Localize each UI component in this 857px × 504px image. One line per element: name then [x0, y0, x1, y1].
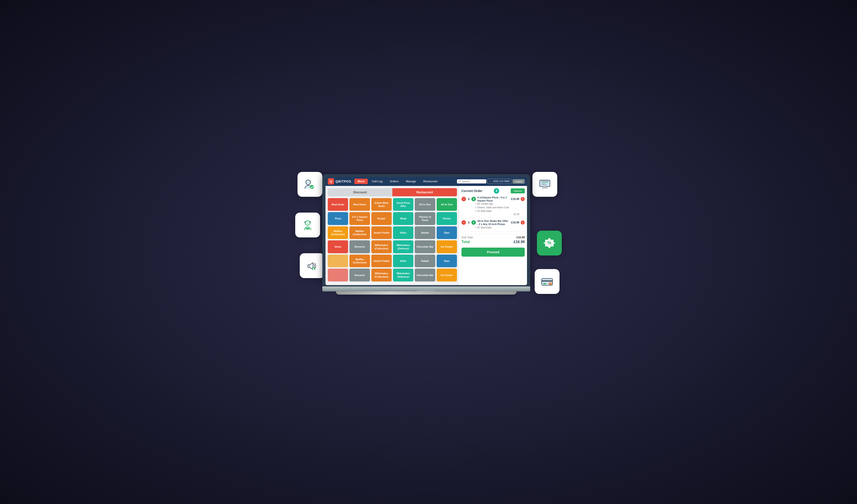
subtotal-row: Sub Total £16.99: [461, 236, 525, 239]
menu-btn-meal-deals-1[interactable]: Meal Deals: [328, 198, 348, 211]
svg-rect-4: [541, 188, 548, 188]
menu-btn-jacket-potato-2[interactable]: Jacket Potato: [371, 255, 392, 268]
menu-btn-dips-1[interactable]: Dips: [437, 226, 457, 239]
logout-button[interactable]: Logout: [512, 179, 525, 184]
item-addon-1-2: + Cheese, Garlic and Herbs Crust: [475, 206, 525, 209]
svg-rect-7: [541, 184, 546, 184]
nav-restaurant-button[interactable]: Restaurant: [420, 179, 441, 184]
item-addon-2-1: + 15" Beef Eater: [475, 226, 525, 230]
search-icon: [459, 180, 461, 183]
nav-orders-button[interactable]: Orders: [387, 179, 402, 184]
order-totals: Sub Total £16.99 Total £16.99: [461, 234, 525, 244]
menu-btn-eslam-meal-deals[interactable]: Eslam Meal Deals: [371, 198, 392, 211]
menu-btn-milkshakes-collection-2[interactable]: Milkshakes (Collection): [371, 269, 392, 282]
item-details-1: + 18" Golden Veg + Cheese, Garlic and He…: [475, 202, 525, 213]
svg-point-18: [550, 282, 552, 285]
qty-minus-2[interactable]: −: [461, 220, 466, 225]
svg-rect-8: [541, 185, 547, 185]
qty-plus-1[interactable]: +: [471, 197, 476, 201]
menu-btn-pizza[interactable]: Pizza: [328, 212, 348, 225]
menu-btn-waffles-collection-3[interactable]: [328, 255, 348, 268]
floating-icon-support: [295, 213, 320, 237]
order-count-badge: 8: [494, 188, 499, 194]
menu-btn-4in1-square-pizza[interactable]: 4 in 1 Square Pizza: [350, 212, 370, 225]
menu-btn-waffles-collection-4[interactable]: Waffles (Collection): [350, 255, 370, 268]
menu-row-6: Desserts Milkshakes (Collection) Milksha…: [328, 269, 457, 282]
order-item-2: − 1 + All In One Shake Bar Offer - 2 x A…: [461, 219, 525, 232]
qty-plus-2[interactable]: +: [471, 220, 476, 225]
qty-minus-1[interactable]: −: [461, 197, 466, 201]
svg-line-22: [460, 182, 461, 182]
menu-btn-dips-2[interactable]: Dips: [437, 255, 457, 268]
menu-btn-jacket-potato-1[interactable]: Jacket Potato: [371, 226, 392, 239]
order-title: Current Order: [461, 189, 483, 193]
main-content: Discount Restaurant Meal Deals Meal Deal…: [325, 186, 527, 285]
menu-btn-sides-2[interactable]: Sides: [393, 255, 413, 268]
search-bar[interactable]: [457, 179, 486, 183]
laptop: Q QBITPOS Menu Call Log Orders Manage Re…: [322, 174, 530, 295]
item-addon-price-1: £1.50: [461, 213, 519, 216]
menu-btn-desserts-2[interactable]: Desserts: [350, 269, 370, 282]
logo: Q QBITPOS: [328, 178, 351, 185]
total-row: Total £16.99: [461, 240, 525, 244]
menu-btn-salads-2[interactable]: Salads: [415, 255, 435, 268]
subtotal-value: £16.99: [516, 236, 525, 239]
floating-icon-monitor: [533, 172, 557, 197]
item-name-2: All In One Shake Bar Offer - 2 x Any 15 …: [477, 219, 509, 226]
search-input[interactable]: [462, 180, 485, 183]
nav-calllog-button[interactable]: Call Log: [369, 179, 386, 184]
menu-btn-chocolate-bar-1[interactable]: Chocolate Bar: [415, 240, 435, 253]
menu-btn-chocolate-bar-2[interactable]: Chocolate Bar: [415, 269, 435, 282]
menu-btn-deals[interactable]: Deals: [328, 240, 348, 253]
menu-btn-desserts-1[interactable]: Desserts: [350, 240, 370, 253]
navbar: Q QBITPOS Menu Call Log Orders Manage Re…: [325, 177, 527, 186]
order-header: Current Order 8 Options: [461, 188, 525, 194]
menu-btn-meal-deals-2[interactable]: Meal Deals: [350, 198, 370, 211]
menu-btn-milkshakes-collection-1[interactable]: Milkshakes (Collection): [371, 240, 392, 253]
item-name-1: 4 in1Square Pizza - 4 in 1 Square Pizza: [477, 196, 509, 202]
menu-btn-deals-2[interactable]: [328, 269, 348, 282]
nav-menu-button[interactable]: Menu: [354, 179, 368, 184]
subtotal-label: Sub Total: [461, 236, 473, 239]
menu-btn-flavour-of-texas[interactable]: Flavour of Texas: [415, 212, 435, 225]
remove-item-2[interactable]: ✕: [521, 220, 525, 224]
qty-1: 1: [467, 198, 470, 201]
item-details-2: + 15" Beef Eater: [475, 226, 525, 230]
menu-btn-burger[interactable]: Burger: [371, 212, 392, 225]
menu-btn-milkshakes-delivery-1[interactable]: Milkshakes (Delivery): [393, 240, 413, 253]
restaurant-label: Restaurant: [392, 188, 457, 196]
order-panel: Current Order 8 Options − 1 + 4 in1Squar…: [459, 186, 527, 285]
svg-rect-2: [540, 180, 550, 187]
discount-label: Discount: [328, 188, 392, 196]
menu-btn-wrap[interactable]: Wrap: [393, 212, 413, 225]
menu-btn-waffles-collection-1[interactable]: Waffles (Collection): [328, 226, 348, 239]
item-price-1: £16.99: [511, 198, 519, 201]
qty-2: 1: [467, 221, 470, 224]
menu-btn-ice-cream-2[interactable]: Ice Cream: [437, 269, 457, 282]
screen: Q QBITPOS Menu Call Log Orders Manage Re…: [325, 177, 527, 285]
remove-item-1[interactable]: ✕: [521, 197, 525, 201]
phone-button[interactable]: 📞 0330 122 5960: [487, 179, 511, 184]
options-button[interactable]: Options: [511, 188, 525, 194]
item-addon-1-1: + 18" Golden Veg: [475, 202, 525, 206]
menu-btn-sides-1[interactable]: Sides: [393, 226, 413, 239]
menu-row-3: Waffles (Collection) Waffles (Collection…: [328, 226, 457, 239]
menu-btn-pastas[interactable]: Pastas: [437, 212, 457, 225]
nav-manage-button[interactable]: Manage: [403, 179, 419, 184]
menu-btn-ice-cream-1[interactable]: Ice Cream: [437, 240, 457, 253]
menu-btn-waffles-collection-2[interactable]: Waffles (Collection): [350, 226, 370, 239]
menu-btn-good-pizza-offer[interactable]: Good Pizza Offer: [393, 198, 413, 211]
proceed-button[interactable]: Proceed: [461, 248, 525, 257]
laptop-foot: [336, 291, 517, 295]
menu-btn-all-in-one-1[interactable]: All In One: [415, 198, 435, 211]
item-price-2: £16.99: [511, 221, 519, 224]
menu-btn-milkshakes-delivery-2[interactable]: Milkshakes (Delivery): [393, 269, 413, 282]
menu-btn-all-in-one-2[interactable]: All In One: [437, 198, 457, 211]
menu-area: Discount Restaurant Meal Deals Meal Deal…: [325, 186, 459, 285]
svg-rect-6: [541, 182, 548, 183]
total-label: Total: [461, 240, 470, 244]
svg-point-0: [306, 180, 310, 185]
menu-btn-salads-1[interactable]: Salads: [415, 226, 435, 239]
discount-bar: Discount Restaurant: [328, 188, 457, 196]
menu-row-1: Meal Deals Meal Deals Eslam Meal Deals G…: [328, 198, 457, 211]
